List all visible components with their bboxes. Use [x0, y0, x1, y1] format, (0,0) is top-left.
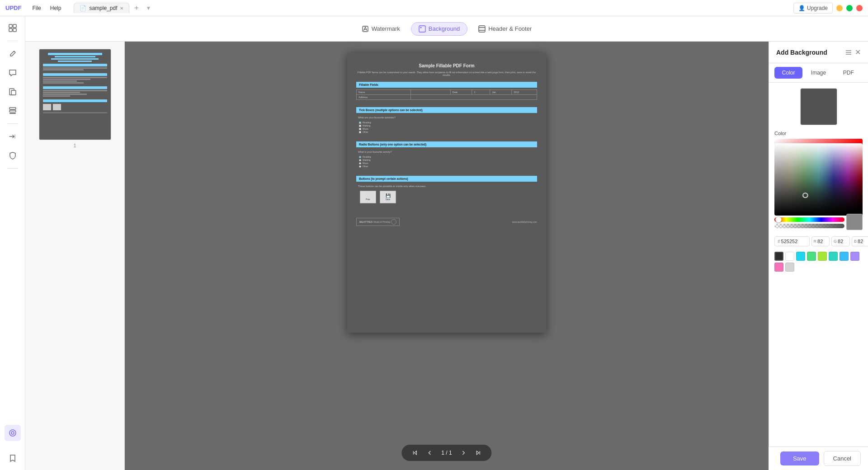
pdf-section-3-header: Radio Buttons (only one option can be se… — [356, 141, 537, 147]
nav-prev-button[interactable] — [423, 446, 436, 459]
pdf-page: Sample Fillable PDF Form Fillable PDF fo… — [347, 52, 546, 333]
svg-point-10 — [11, 432, 14, 434]
nav-last-button[interactable] — [472, 446, 485, 459]
watermark-button[interactable]: Watermark — [354, 23, 407, 35]
color-canvas[interactable] — [774, 143, 863, 216]
hue-slider[interactable] — [774, 217, 844, 222]
panel-settings-icon[interactable] — [845, 49, 852, 56]
menu-file[interactable]: File — [28, 4, 44, 12]
hue-thumb[interactable] — [775, 216, 782, 223]
sidebar-divider-3 — [7, 168, 18, 169]
color-dropper-button[interactable] — [846, 214, 863, 230]
sliders-row — [774, 217, 863, 234]
opacity-slider[interactable] — [774, 224, 844, 228]
tab-close-icon[interactable]: ✕ — [120, 6, 123, 11]
sidebar-icon-organize[interactable] — [5, 103, 21, 119]
svg-rect-8 — [9, 113, 16, 114]
pdf-title: Sample Fillable PDF Form — [356, 63, 537, 68]
tab-label: sample_pdf — [89, 5, 117, 11]
pdf-section-4-header: Buttons (to prompt certain actions) — [356, 176, 537, 182]
svg-rect-2 — [9, 28, 12, 32]
maximize-button[interactable] — [846, 5, 853, 11]
nav-first-button[interactable] — [409, 446, 421, 459]
background-button[interactable]: Background — [411, 22, 467, 36]
sidebar-icon-protect[interactable] — [5, 147, 21, 164]
svg-point-9 — [9, 430, 16, 436]
titlebar-right: 👤 Upgrade — [793, 3, 863, 14]
titlebar: UPDF File Help 📄 sample_pdf ✕ ＋ ▼ 👤 Upgr… — [0, 0, 868, 16]
upgrade-label: Upgrade — [807, 5, 828, 11]
thumbnail-panel: 1 — [25, 42, 125, 470]
pdf-wrapper: 1 Sample Fillable PDF Form Fillable PDF … — [25, 42, 868, 470]
color-preview-area — [769, 83, 868, 131]
sidebar-icon-convert[interactable] — [5, 128, 21, 145]
add-background-panel: Add Background ✕ Color Image PDF — [769, 42, 868, 470]
upgrade-icon: 👤 — [798, 5, 805, 11]
sidebar-icon-bookmark[interactable] — [5, 450, 21, 466]
svg-rect-12 — [419, 26, 425, 32]
pdf-section-2-header: Tick Boxes (multiple options can be sele… — [356, 107, 537, 113]
pdf-section-1: Fillable Fields Name Date 1 Jan 2012 — [356, 82, 537, 100]
close-button[interactable] — [856, 5, 863, 11]
watermark-label: Watermark — [372, 25, 400, 32]
svg-rect-6 — [9, 108, 16, 109]
main-layout: Watermark Background Header & Footer — [0, 16, 868, 470]
tab-image[interactable]: Image — [804, 67, 832, 79]
panel-title: Add Background — [776, 49, 827, 56]
tab-color[interactable]: Color — [774, 67, 802, 79]
tab-dropdown-icon[interactable]: ▼ — [146, 5, 151, 11]
sidebar-divider-1 — [7, 41, 18, 41]
slider-and-opacity — [774, 217, 844, 234]
pdf-section-2: Tick Boxes (multiple options can be sele… — [356, 107, 537, 134]
svg-rect-0 — [9, 24, 12, 28]
sidebar-icon-pages[interactable] — [5, 84, 21, 100]
pdf-subtitle: Fillable PDF forms can be customised to … — [356, 71, 537, 76]
pdf-section-4: Buttons (to prompt certain actions) Thes… — [356, 176, 537, 205]
thumbnail-page-1[interactable] — [39, 49, 111, 140]
save-button[interactable]: Save — [780, 451, 819, 465]
sidebar — [0, 16, 25, 470]
tab-sample-pdf[interactable]: 📄 sample_pdf ✕ — [74, 3, 129, 13]
app-logo: UPDF — [5, 5, 21, 11]
pdf-content: Sample Fillable PDF Form Fillable PDF fo… — [347, 52, 546, 239]
pdf-section-3: Radio Buttons (only one option can be se… — [356, 141, 537, 169]
window-controls — [836, 5, 863, 11]
pdf-footer: BEATTIES World of Printing www.worldofpr… — [356, 216, 537, 228]
sidebar-divider-2 — [7, 123, 18, 124]
sidebar-icon-comment[interactable] — [5, 65, 21, 81]
svg-rect-1 — [13, 24, 16, 28]
header-footer-button[interactable]: Header & Footer — [471, 23, 539, 35]
sidebar-icon-edit[interactable] — [5, 46, 21, 62]
sidebar-icon-tools[interactable] — [5, 425, 21, 441]
panel-close-button[interactable]: ✕ — [855, 48, 861, 56]
svg-point-13 — [420, 27, 421, 28]
menu-bar: File Help — [28, 4, 65, 12]
panel-header: Add Background ✕ — [769, 42, 868, 63]
cancel-button[interactable]: Cancel — [824, 451, 861, 466]
page-indicator: 1 / 1 — [438, 450, 455, 456]
color-section-label: Color — [769, 131, 868, 139]
thumbnail-preview — [39, 49, 111, 140]
header-footer-label: Header & Footer — [488, 25, 532, 32]
minimize-button[interactable] — [836, 5, 843, 11]
tab-bar: 📄 sample_pdf ✕ ＋ ▼ — [74, 3, 790, 14]
nav-next-button[interactable] — [458, 446, 470, 459]
svg-rect-14 — [479, 26, 485, 32]
tab-pdf[interactable]: PDF — [835, 67, 863, 79]
toolbar: Watermark Background Header & Footer — [25, 16, 868, 42]
panel-tabs: Color Image PDF — [769, 63, 868, 83]
color-preview-box — [800, 88, 837, 125]
page-navigation: 1 / 1 — [401, 445, 491, 461]
background-label: Background — [429, 25, 460, 32]
pdf-view-area[interactable]: Sample Fillable PDF Form Fillable PDF fo… — [125, 42, 769, 470]
menu-help[interactable]: Help — [47, 4, 65, 12]
tab-add-button[interactable]: ＋ — [131, 3, 142, 14]
sidebar-icon-view[interactable] — [5, 20, 21, 36]
svg-rect-7 — [9, 110, 16, 112]
svg-rect-3 — [13, 28, 16, 32]
tab-pdf-icon: 📄 — [80, 5, 86, 11]
upgrade-button[interactable]: 👤 Upgrade — [793, 3, 833, 14]
full-color-picker — [769, 143, 868, 234]
pdf-section-1-header: Fillable Fields — [356, 82, 537, 88]
workspace: Watermark Background Header & Footer — [25, 16, 868, 470]
